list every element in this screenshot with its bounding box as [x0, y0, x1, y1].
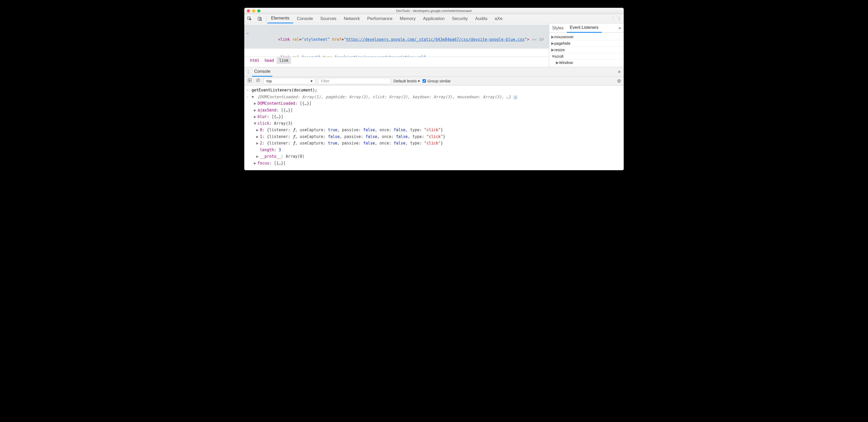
triangle-right-icon: ▶: [254, 113, 257, 120]
gear-icon[interactable]: ⚙: [617, 78, 621, 84]
triangle-right-icon: ▶: [551, 47, 554, 52]
chevron-right-icon[interactable]: »: [616, 25, 624, 31]
event-name: mouseover: [554, 35, 574, 39]
tab-memory[interactable]: Memory: [396, 14, 419, 23]
href-link[interactable]: https://developers.google.com/_static/64…: [346, 37, 524, 42]
event-listener-item[interactable]: ▶mouseover: [549, 34, 624, 40]
result-summary: {DOMContentLoaded: Array(1), pagehide: A…: [257, 95, 511, 99]
object-entry[interactable]: ▶DOMContentLoaded: [{…}]: [252, 100, 622, 107]
breadcrumb-item[interactable]: html: [247, 57, 262, 64]
ellipsis-icon: ⋯: [246, 30, 249, 36]
tab-console[interactable]: Console: [293, 14, 316, 23]
tab-audits[interactable]: Audits: [471, 14, 491, 23]
event-target: Window: [559, 60, 573, 65]
event-name: scroll: [554, 54, 563, 59]
triangle-down-icon: ▼: [551, 54, 554, 59]
event-listeners-list: ▶mouseover ▶pagehide ▶resize ▼scroll ▶Wi…: [549, 33, 624, 67]
drawer-tab-console[interactable]: Console: [252, 67, 272, 77]
filter-input[interactable]: Filter: [318, 78, 391, 84]
event-name: resize: [554, 47, 565, 52]
triangle-right-icon: ▶: [254, 160, 257, 167]
triangle-right-icon: ▶: [256, 134, 260, 140]
execution-icon[interactable]: [247, 78, 253, 84]
object-entry[interactable]: ▶blur: [{…}]: [252, 113, 622, 120]
array-proto[interactable]: ▶__proto__: Array(0): [252, 153, 622, 160]
breadcrumb-item[interactable]: head: [262, 57, 277, 64]
tab-event-listeners[interactable]: Event Listeners: [567, 23, 601, 33]
output-arrow-icon: ‹: [246, 94, 252, 101]
input-code: getEventListeners(document);: [252, 87, 317, 94]
array-length: length: 3: [252, 147, 622, 154]
console-output[interactable]: › getEventListeners(document); ‹ ▼ {DOMC…: [244, 86, 624, 170]
array-entry[interactable]: ▶0: {listener: ƒ, useCapture: true, pass…: [252, 127, 622, 134]
window-title: DevTools - developers.google.com/web/sho…: [244, 9, 624, 13]
selected-marker: == $0: [532, 37, 544, 42]
title-bar: DevTools - developers.google.com/web/sho…: [244, 8, 624, 14]
tab-axe[interactable]: aXe: [491, 14, 506, 23]
console-result-line[interactable]: ‹ ▼ {DOMContentLoaded: Array(1), pagehid…: [246, 94, 622, 101]
triangle-right-icon: ▶: [551, 35, 554, 39]
kebab-menu-icon[interactable]: ⋮: [244, 69, 252, 74]
svg-line-5: [257, 79, 259, 81]
elements-panel: ⋯ <link rel="stylesheet" href="https://d…: [244, 23, 549, 67]
triangle-right-icon: ▶: [254, 107, 257, 114]
event-name: pagehide: [554, 41, 570, 45]
tab-sources[interactable]: Sources: [316, 14, 340, 23]
main-tabs-bar: Elements Console Sources Network Perform…: [244, 14, 624, 23]
triangle-right-icon: ▶: [551, 41, 554, 46]
checkbox-label: Group similar: [428, 79, 451, 83]
device-toolbar-icon[interactable]: [255, 17, 265, 21]
console-drawer: ⋮ Console × top ▾ Filter Default levels …: [244, 67, 624, 170]
dom-node-selected[interactable]: ⋯ <link rel="stylesheet" href="https://d…: [244, 25, 549, 48]
event-listener-item[interactable]: ▶pagehide: [549, 40, 624, 47]
svg-rect-1: [258, 17, 261, 20]
devtools-window: DevTools - developers.google.com/web/sho…: [244, 8, 624, 170]
info-badge-icon[interactable]: i: [513, 95, 518, 100]
sidebar-tabs: Styles Event Listeners »: [549, 23, 624, 33]
log-levels-selector[interactable]: Default levels ▾: [394, 79, 420, 84]
event-listener-target[interactable]: ▶Window: [549, 60, 624, 66]
expanded-object: ▶DOMContentLoaded: [{…}] ▶ajaxSend: [{…}…: [246, 100, 622, 167]
inspect-element-icon[interactable]: [244, 17, 255, 21]
object-entry[interactable]: ▶ajaxSend: [{…}]: [252, 107, 622, 114]
dom-tree[interactable]: ⋯ <link rel="stylesheet" href="https://d…: [244, 23, 549, 57]
group-similar-checkbox[interactable]: Group similar: [423, 79, 451, 83]
filter-placeholder: Filter: [321, 79, 330, 83]
array-entry[interactable]: ▶1: {listener: ƒ, useCapture: false, pas…: [252, 134, 622, 140]
object-entry[interactable]: ▶focus: [{…}]: [252, 160, 622, 167]
kebab-menu-icon[interactable]: ⋮: [614, 16, 624, 21]
triangle-down-icon: ▼: [254, 120, 257, 127]
triangle-right-icon: ▶: [256, 140, 260, 147]
chevron-down-icon: ▾: [311, 79, 313, 84]
tab-application[interactable]: Application: [420, 14, 448, 23]
triangle-right-icon: ▶: [254, 100, 257, 107]
vertical-divider: [266, 16, 267, 22]
levels-label: Default levels: [394, 79, 417, 83]
triangle-right-icon: ▶: [256, 153, 260, 160]
vertical-divider: [613, 16, 613, 22]
input-prompt-icon: ›: [246, 87, 252, 94]
tab-styles[interactable]: Styles: [549, 23, 567, 33]
drawer-header: ⋮ Console ×: [244, 67, 624, 77]
styles-sidebar: Styles Event Listeners » ▶mouseover ▶pag…: [549, 23, 624, 67]
tab-security[interactable]: Security: [448, 14, 471, 23]
tab-performance[interactable]: Performance: [364, 14, 396, 23]
tab-elements[interactable]: Elements: [268, 14, 293, 23]
event-listener-item[interactable]: ▼scroll: [549, 53, 624, 60]
triangle-down-icon[interactable]: ▼: [252, 94, 255, 101]
close-icon[interactable]: ×: [615, 69, 624, 75]
dom-node[interactable]: <link rel="search" type="application/ope…: [244, 48, 549, 57]
console-toolbar: top ▾ Filter Default levels ▾ Group simi…: [244, 77, 624, 86]
array-entry[interactable]: ▶2: {listener: ƒ, useCapture: true, pass…: [252, 140, 622, 147]
breadcrumb-item-current[interactable]: link: [277, 57, 291, 64]
context-value: top: [267, 79, 272, 83]
triangle-right-icon: ▶: [256, 127, 260, 134]
chevron-down-icon: ▾: [418, 79, 420, 84]
tab-network[interactable]: Network: [340, 14, 364, 23]
event-listener-item[interactable]: ▶resize: [549, 47, 624, 53]
object-entry-expanded[interactable]: ▼click: Array(3): [252, 120, 622, 127]
breadcrumb: html head link: [244, 57, 549, 64]
checkbox[interactable]: [423, 79, 426, 83]
clear-console-icon[interactable]: [255, 78, 261, 84]
context-selector[interactable]: top ▾: [264, 78, 315, 84]
